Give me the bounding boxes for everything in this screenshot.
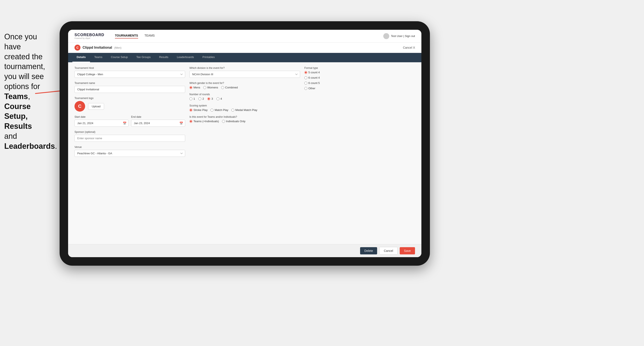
- rounds-4-radio[interactable]: [216, 97, 220, 100]
- tab-results[interactable]: Results: [155, 53, 172, 62]
- tournament-icon: C: [74, 45, 80, 51]
- rounds-2-radio[interactable]: [198, 97, 201, 100]
- start-date-wrapper: 📅: [74, 120, 128, 127]
- scoring-match-radio[interactable]: [210, 109, 214, 112]
- venue-label: Venue: [74, 146, 185, 149]
- team-teams-radio[interactable]: [190, 120, 192, 123]
- rounds-3-radio[interactable]: [207, 97, 210, 100]
- logo-upload-area: C Upload: [74, 101, 185, 112]
- team-individuals[interactable]: Individuals Only: [222, 120, 246, 123]
- rounds-2[interactable]: 2: [198, 97, 204, 100]
- form-grid: Tournament Host Clippd College - Men Tou…: [74, 66, 415, 240]
- tournament-tag: (Men): [114, 46, 122, 49]
- venue-group: Venue Peachtree GC - Atlanta - GA: [74, 146, 185, 157]
- format-6count4[interactable]: 6 count 4: [304, 76, 415, 79]
- tab-teams[interactable]: Teams: [90, 53, 106, 62]
- tab-details[interactable]: Details: [72, 53, 90, 62]
- tournament-header: C Clippd Invitational (Men) Cancel X: [68, 42, 422, 53]
- format-6count4-radio[interactable]: [304, 76, 307, 79]
- gender-mens[interactable]: Mens: [190, 86, 200, 89]
- bottom-bar: Delete Cancel Save: [68, 244, 422, 257]
- tournament-name-input[interactable]: [74, 86, 185, 93]
- tournament-logo-group: Tournament logo C Upload: [74, 97, 185, 112]
- gender-combined-radio[interactable]: [221, 86, 224, 89]
- division-group: Which division is the event for? NCAA Di…: [190, 66, 300, 78]
- gender-combined[interactable]: Combined: [221, 86, 238, 89]
- save-button[interactable]: Save: [400, 247, 415, 254]
- end-date-group: End date 📅: [131, 115, 185, 127]
- format-label: Format type: [304, 66, 415, 69]
- team-individuals-radio[interactable]: [222, 120, 225, 123]
- user-avatar: [383, 33, 389, 39]
- calendar-icon: 📅: [123, 122, 126, 125]
- nav-teams[interactable]: TEAMS: [144, 34, 155, 38]
- tournament-logo-label: Tournament logo: [74, 97, 185, 100]
- end-date-wrapper: 📅: [131, 120, 185, 127]
- user-label[interactable]: Test User | Sign out: [391, 34, 415, 38]
- tab-printables[interactable]: Printables: [198, 53, 219, 62]
- format-other[interactable]: Other: [304, 87, 415, 90]
- tournament-name: Clippd Invitational: [82, 46, 112, 49]
- tournament-host-select[interactable]: Clippd College - Men: [74, 71, 185, 78]
- scoring-medal-match[interactable]: Medal Match Play: [231, 108, 257, 112]
- scoring-stroke-radio[interactable]: [190, 109, 192, 112]
- scoring-match[interactable]: Match Play: [210, 108, 228, 112]
- tab-leaderboards[interactable]: Leaderboards: [172, 53, 198, 62]
- team-radio-group: Teams (+Individuals) Individuals Only: [190, 120, 300, 123]
- team-group: Is this event for Teams and/or Individua…: [190, 115, 300, 123]
- format-6count5[interactable]: 6 count 5: [304, 81, 415, 85]
- division-select[interactable]: NCAA Division III: [190, 71, 300, 78]
- format-5count4-radio[interactable]: [304, 71, 307, 74]
- format-5count4[interactable]: 5 count 4: [304, 71, 415, 74]
- format-other-radio[interactable]: [304, 87, 307, 90]
- cancel-button[interactable]: Cancel: [379, 247, 398, 255]
- division-label: Which division is the event for?: [190, 66, 300, 69]
- scoring-group: Scoring system Stroke Play Match Play Me…: [190, 104, 300, 112]
- delete-button[interactable]: Delete: [360, 247, 377, 254]
- scoring-radio-group: Stroke Play Match Play Medal Match Play: [190, 108, 300, 112]
- end-date-input[interactable]: [131, 120, 185, 127]
- team-teams[interactable]: Teams (+Individuals): [190, 120, 219, 123]
- cancel-x-button[interactable]: Cancel X: [403, 46, 415, 49]
- form-col-1: Tournament Host Clippd College - Men Tou…: [74, 66, 185, 240]
- form-col-2: Which division is the event for? NCAA Di…: [190, 66, 300, 240]
- rounds-1-radio[interactable]: [190, 97, 192, 100]
- gender-womens[interactable]: Womens: [203, 86, 218, 89]
- logo-sub: Powered by clippd: [74, 37, 104, 39]
- format-group: Format type 5 count 4 6 count 4 6 count …: [304, 66, 415, 90]
- sponsor-input[interactable]: [74, 135, 185, 142]
- rounds-3[interactable]: 3: [207, 97, 213, 100]
- tablet-screen: SCOREBOARD Powered by clippd TOURNAMENTS…: [68, 30, 422, 257]
- annotation-text: Once you have created the tournament, yo…: [0, 30, 49, 154]
- team-label: Is this event for Teams and/or Individua…: [190, 115, 300, 118]
- tournament-name-group: Tournament name: [74, 82, 185, 93]
- gender-womens-radio[interactable]: [203, 86, 206, 89]
- rounds-4[interactable]: 4: [216, 97, 222, 100]
- rounds-radio-group: 1 2 3 4: [190, 97, 300, 100]
- tournament-host-label: Tournament Host: [74, 66, 185, 69]
- logo-circle: C: [74, 101, 85, 112]
- rounds-1[interactable]: 1: [190, 97, 195, 100]
- tournament-host-group: Tournament Host Clippd College - Men: [74, 66, 185, 78]
- venue-select[interactable]: Peachtree GC - Atlanta - GA: [74, 150, 185, 157]
- calendar-icon-2: 📅: [180, 122, 183, 125]
- gender-mens-radio[interactable]: [190, 86, 192, 89]
- tab-tee-groups[interactable]: Tee Groups: [132, 53, 155, 62]
- gender-label: Which gender is the event for?: [190, 82, 300, 85]
- sponsor-group: Sponsor (optional): [74, 131, 185, 142]
- logo-area: SCOREBOARD Powered by clippd: [74, 33, 104, 39]
- end-date-label: End date: [131, 115, 185, 118]
- main-content: Tournament Host Clippd College - Men Tou…: [68, 62, 422, 244]
- tab-course-setup[interactable]: Course Setup: [106, 53, 132, 62]
- scoring-medal-radio[interactable]: [231, 109, 234, 112]
- sponsor-label: Sponsor (optional): [74, 131, 185, 134]
- format-6count5-radio[interactable]: [304, 82, 307, 85]
- upload-button[interactable]: Upload: [88, 103, 104, 110]
- top-nav: SCOREBOARD Powered by clippd TOURNAMENTS…: [68, 30, 422, 42]
- start-date-input[interactable]: [74, 120, 128, 127]
- gender-radio-group: Mens Womens Combined: [190, 86, 300, 89]
- nav-tournaments[interactable]: TOURNAMENTS: [115, 34, 138, 38]
- tournament-name-label: Tournament name: [74, 82, 185, 85]
- scoring-stroke[interactable]: Stroke Play: [190, 108, 208, 112]
- gender-group: Which gender is the event for? Mens Wome…: [190, 82, 300, 89]
